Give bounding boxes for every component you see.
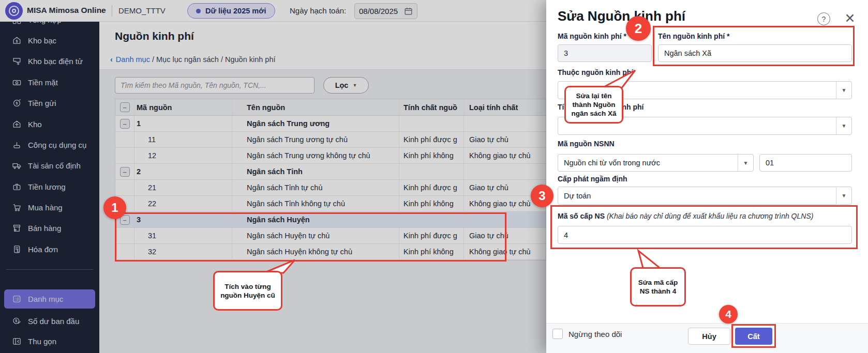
data-year-pill[interactable]: Dữ liệu 2025 mới bbox=[187, 3, 275, 19]
row-checkbox[interactable]: – bbox=[120, 167, 130, 177]
table-row[interactable]: 32Ngân sách Huyện không tự chủKinh phí k… bbox=[115, 244, 546, 260]
callout-edit-budget-code: Sửa mã cấp NS thành 4 bbox=[630, 267, 686, 306]
sidebar-item-thu-gon[interactable]: Thu gọn bbox=[4, 333, 95, 349]
step-badge-3: 3 bbox=[531, 185, 553, 207]
sidebar-item-so-du-ban-dau[interactable]: $Số dư ban đầu bbox=[4, 313, 95, 329]
table-row[interactable]: –3Ngân sách Huyện bbox=[115, 212, 546, 228]
workspace-name: DEMO_TTTV bbox=[118, 6, 166, 15]
search-input[interactable] bbox=[115, 77, 315, 94]
sidebar-item-label: Tiền mặt bbox=[28, 78, 58, 87]
table-row[interactable]: –1Ngân sách Trung ương bbox=[115, 116, 546, 132]
sidebar-item-kho[interactable]: Kho bbox=[4, 116, 95, 132]
table-row[interactable]: 12Ngân sách Trung ương không tự chủKinh … bbox=[115, 148, 546, 164]
sidebar-item-label: Công cụ dụng cụ bbox=[28, 141, 86, 149]
svg-text:$: $ bbox=[15, 319, 17, 323]
sidebar-item-cong-cu-dung-cu[interactable]: Công cụ dụng cụ bbox=[4, 136, 95, 153]
column-header-code[interactable]: Mã nguồn bbox=[134, 99, 232, 115]
sidebar-divider bbox=[6, 269, 93, 270]
breadcrumb-path: / Mục lục ngân sách / Nguồn kinh phí bbox=[152, 55, 276, 64]
filter-button[interactable]: Lọc ▼ bbox=[323, 77, 369, 94]
name-field-label: Tên nguồn kinh phí * bbox=[658, 32, 729, 40]
breadcrumb-link-danh-muc[interactable]: Danh mục bbox=[116, 55, 150, 64]
deposit-icon: $ bbox=[11, 98, 22, 108]
e-treasury-icon: $ bbox=[11, 56, 22, 66]
sidebar-item-label: Tiền gửi bbox=[28, 99, 56, 108]
budget-code-input[interactable]: 4 bbox=[558, 226, 852, 244]
cell-type: Không giao tự chủ bbox=[463, 148, 547, 163]
payroll-icon: $ bbox=[11, 181, 22, 192]
chevron-down-icon[interactable]: ▼ bbox=[738, 155, 753, 171]
cell-type: Giao tự chủ bbox=[463, 132, 547, 147]
cell-name: Ngân sách Tỉnh bbox=[232, 164, 399, 179]
sidebar-item-mua-hang[interactable]: Mua hàng bbox=[4, 199, 95, 216]
code-field-input: 3 bbox=[558, 44, 652, 62]
chevron-down-icon[interactable]: ▼ bbox=[836, 117, 851, 134]
table-header-row: –Mã nguồnTên nguồnTính chất nguồLoại tín… bbox=[115, 99, 546, 116]
name-field-input[interactable]: Ngân sách Xã bbox=[658, 44, 852, 62]
collapse-icon bbox=[11, 336, 22, 346]
allocation-field-label: Cấp phát ngầm định bbox=[558, 175, 627, 183]
cell-type bbox=[463, 164, 547, 179]
sidebar-item-hoa-don[interactable]: $Hóa đơn bbox=[4, 241, 95, 257]
opening-balance-icon: $ bbox=[11, 316, 22, 326]
allocation-dropdown[interactable]: Dự toán ▼ bbox=[558, 187, 852, 205]
table-row[interactable]: 21Ngân sách Tỉnh tự chủKinh phí được gGi… bbox=[115, 180, 546, 196]
cell-code: 3 bbox=[134, 212, 232, 227]
sidebar-item-ban-hang[interactable]: Bán hàng bbox=[4, 220, 95, 236]
sidebar-item-tien-luong[interactable]: $Tiền lương bbox=[4, 178, 95, 195]
code-field-label: Mã nguồn kinh phí * bbox=[558, 32, 626, 40]
table-row[interactable]: 31Ngân sách Huyện tự chủKinh phí được gG… bbox=[115, 228, 546, 244]
sidebar-item-tai-san-co-dinh[interactable]: Tài sản cố định bbox=[4, 157, 95, 174]
sidebar-item-label: Hóa đơn bbox=[28, 245, 58, 254]
posting-date-input[interactable]: 08/08/2025 bbox=[354, 3, 417, 19]
column-header-name[interactable]: Tên nguồn bbox=[232, 99, 399, 115]
save-button[interactable]: Cất bbox=[735, 328, 772, 345]
cell-code: 2 bbox=[134, 164, 232, 179]
cell-nature bbox=[399, 164, 463, 179]
table-row[interactable]: 22Ngân sách Tỉnh không tự chủKinh phí kh… bbox=[115, 196, 546, 212]
table-row[interactable]: 11Ngân sách Trung ương tự chủKinh phí đư… bbox=[115, 132, 546, 148]
nsnn-dropdown[interactable]: Nguồn chi từ vốn trong nước ▼ bbox=[558, 154, 754, 172]
sidebar-item-kho-bac[interactable]: $Kho bạc bbox=[4, 32, 95, 49]
app-window: MISA Mimosa Online DEMO_TTTV Dữ liệu 202… bbox=[0, 0, 868, 353]
sidebar-item-tien-gui[interactable]: $Tiền gửi bbox=[4, 95, 95, 111]
stop-tracking-label: Ngừng theo dõi bbox=[568, 330, 622, 339]
cell-nature: Kinh phí không bbox=[399, 196, 463, 211]
sidebar-nav: Tổng hợp$Kho bạc$Kho bạc điện tửTiền mặt… bbox=[0, 0, 99, 353]
close-icon[interactable]: ✕ bbox=[842, 10, 858, 26]
budget-code-note: (Khai báo này chỉ dùng để xuất khẩu liệu… bbox=[607, 212, 813, 220]
purchase-icon bbox=[11, 202, 22, 212]
invoice-icon: $ bbox=[11, 244, 22, 254]
cell-code: 21 bbox=[134, 180, 232, 195]
stop-tracking-checkbox[interactable] bbox=[552, 329, 563, 339]
select-all-checkbox[interactable]: – bbox=[120, 102, 130, 112]
sidebar-item-kho-bac-dien-tu[interactable]: $Kho bạc điện tử bbox=[4, 53, 95, 69]
column-header-type[interactable]: Loại tính chất bbox=[463, 99, 547, 115]
sidebar-item-label: Kho bbox=[28, 120, 42, 129]
svg-text:$: $ bbox=[16, 186, 18, 190]
cell-nature: Kinh phí được g bbox=[399, 228, 463, 243]
table-row[interactable]: –2Ngân sách Tỉnh bbox=[115, 164, 546, 180]
cell-nature: Kinh phí được g bbox=[399, 180, 463, 195]
cell-nature: Kinh phí không bbox=[399, 244, 463, 259]
nsnn-code-input[interactable]: 01 bbox=[759, 154, 852, 172]
chevron-down-icon[interactable]: ▼ bbox=[836, 187, 851, 204]
cell-code: 31 bbox=[134, 228, 232, 243]
posting-date-label: Ngày hạch toán: bbox=[290, 6, 346, 15]
sidebar-item-tien-mat[interactable]: Tiền mặt bbox=[4, 74, 95, 90]
sidebar-item-danh-muc[interactable]: Danh mục bbox=[4, 289, 95, 309]
calendar-icon[interactable] bbox=[404, 7, 413, 16]
svg-text:$: $ bbox=[17, 60, 19, 65]
cash-icon bbox=[11, 77, 22, 87]
budget-code-label: Mã số cấp NS (Khai báo này chỉ dùng để x… bbox=[558, 212, 813, 220]
help-icon[interactable]: ? bbox=[817, 12, 830, 25]
cancel-button[interactable]: Hủy bbox=[688, 328, 730, 345]
page-title: Nguồn kinh phí bbox=[115, 30, 194, 42]
cell-type bbox=[463, 212, 547, 227]
sidebar-item-label: Thu gọn bbox=[28, 337, 56, 346]
chevron-down-icon[interactable]: ▼ bbox=[836, 82, 851, 99]
column-header-nature[interactable]: Tính chất nguồ bbox=[399, 99, 463, 115]
back-chevron-icon[interactable]: ‹ bbox=[110, 55, 113, 64]
row-checkbox[interactable]: – bbox=[120, 119, 130, 129]
step-badge-4: 4 bbox=[719, 305, 738, 324]
